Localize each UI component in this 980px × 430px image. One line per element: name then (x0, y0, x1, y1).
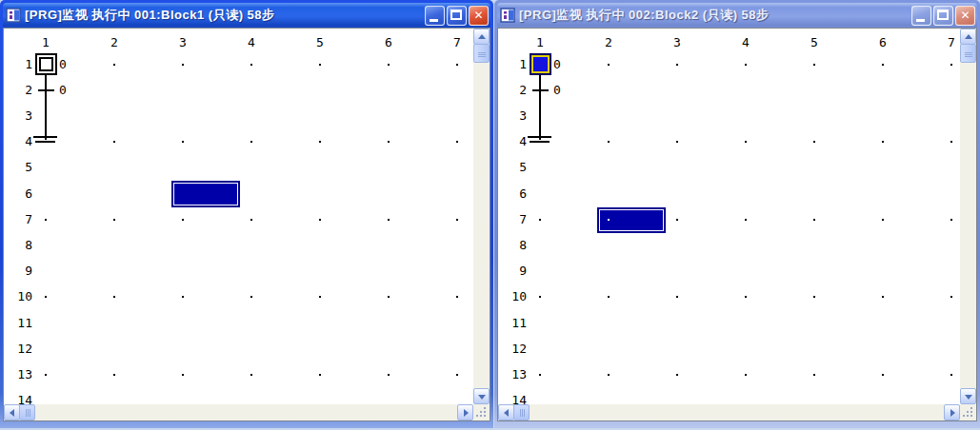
sfc-step-number: 0 (59, 58, 67, 71)
column-header: 2 (599, 36, 618, 49)
grid-dot (745, 141, 747, 143)
sfc-transition[interactable] (532, 89, 549, 91)
vertical-scroll-thumb[interactable] (473, 44, 490, 63)
grid-dot (182, 141, 184, 143)
grid-dot (745, 374, 747, 376)
row-header: 7 (6, 213, 32, 226)
prg-window-icon (6, 8, 21, 23)
row-header: 8 (500, 239, 527, 252)
titlebar[interactable]: [PRG]监视 执行中 001:Block1 (只读) 58步 (3, 3, 490, 28)
minimize-button[interactable] (911, 6, 931, 26)
sfc-editor-canvas[interactable]: 1234567123456789101112131400 (4, 29, 473, 404)
sfc-initial-step[interactable] (530, 53, 551, 75)
row-header: 13 (6, 368, 32, 381)
arrow-right-icon (464, 409, 469, 417)
sfc-transition[interactable] (38, 89, 54, 91)
sfc-end-mark-line (35, 141, 55, 143)
grid-dot (182, 374, 184, 376)
scroll-right-button[interactable] (457, 404, 473, 420)
grid-dot (319, 296, 321, 298)
window-controls (425, 6, 489, 26)
grid-dot (456, 296, 458, 298)
close-button[interactable] (469, 6, 489, 26)
horizontal-scrollbar[interactable] (4, 404, 473, 420)
grid-dot (388, 374, 390, 376)
vertical-scrollbar[interactable] (960, 29, 976, 404)
row-header: 9 (500, 264, 527, 278)
resize-grip[interactable] (473, 404, 490, 420)
grid-dot (182, 219, 184, 221)
minimize-button[interactable] (425, 6, 445, 26)
scroll-left-button[interactable] (498, 404, 514, 420)
grid-dot (45, 296, 47, 298)
grid-dot (388, 296, 390, 298)
row-header: 8 (6, 239, 32, 252)
row-header: 3 (500, 109, 527, 123)
titlebar[interactable]: [PRG]监视 执行中 002:Block2 (只读) 58步 (497, 3, 977, 28)
selection-cursor[interactable] (171, 181, 240, 206)
prg-monitor-window-block1: [PRG]监视 执行中 001:Block1 (只读) 58步 12345671… (0, 0, 493, 428)
sfc-initial-step[interactable] (35, 53, 57, 75)
grid-dot (250, 219, 252, 221)
grid-dot (113, 64, 115, 66)
grid-dot (45, 374, 47, 376)
grid-dot (813, 219, 815, 221)
horizontal-scrollbar[interactable] (498, 404, 960, 420)
arrow-up-icon (478, 34, 486, 39)
sfc-transition-number: 0 (59, 84, 67, 97)
window-client-area: 1234567123456789101112131400 (497, 28, 977, 421)
scroll-left-button[interactable] (4, 404, 20, 420)
prg-monitor-window-block2: [PRG]监视 执行中 002:Block2 (只读) 58步 12345671… (494, 0, 980, 428)
arrow-right-icon (950, 409, 955, 417)
scroll-down-button[interactable] (473, 388, 490, 404)
column-header: 6 (379, 36, 398, 49)
horizontal-scroll-thumb[interactable] (19, 404, 35, 420)
row-header: 12 (500, 342, 527, 356)
sfc-connection-line (45, 75, 47, 140)
maximize-button[interactable] (447, 6, 467, 26)
row-header: 5 (6, 161, 32, 174)
grid-dot (250, 374, 252, 376)
grid-dot (676, 374, 678, 376)
grid-dot (676, 141, 678, 143)
row-header: 13 (500, 368, 527, 381)
grid-dot (608, 64, 610, 66)
scroll-right-button[interactable] (944, 404, 960, 420)
row-header: 1 (500, 58, 527, 71)
row-header: 2 (500, 84, 527, 97)
row-header: 14 (6, 394, 32, 404)
grid-dot (745, 219, 747, 221)
sfc-end-mark-line (530, 141, 550, 143)
window-title: [PRG]监视 执行中 002:Block2 (只读) 58步 (519, 7, 911, 24)
close-button[interactable] (955, 6, 975, 26)
arrow-down-icon (965, 395, 972, 400)
sfc-editor-canvas[interactable]: 1234567123456789101112131400 (498, 29, 960, 404)
grid-dot (182, 296, 184, 298)
row-header: 3 (6, 109, 32, 123)
grid-dot (250, 296, 252, 298)
resize-grip[interactable] (960, 404, 976, 420)
sfc-connection-line (539, 75, 541, 140)
row-header: 1 (6, 58, 32, 71)
row-header: 7 (500, 213, 527, 226)
scroll-down-button[interactable] (960, 388, 976, 404)
row-header: 5 (500, 161, 527, 174)
grid-dot (608, 296, 610, 298)
scroll-up-button[interactable] (960, 29, 976, 45)
column-header: 6 (873, 36, 892, 49)
maximize-button[interactable] (933, 6, 953, 26)
grid-dot (539, 374, 541, 376)
scroll-up-button[interactable] (473, 29, 490, 45)
vertical-scroll-thumb[interactable] (960, 44, 976, 63)
grid-dot (950, 296, 952, 298)
grid-dot (608, 141, 610, 143)
grid-dot (319, 141, 321, 143)
window-controls (911, 6, 975, 26)
sfc-end-mark-line (528, 136, 551, 138)
grid-dot (882, 219, 884, 221)
grid-dot (882, 64, 884, 66)
grid-dot (319, 64, 321, 66)
vertical-scrollbar[interactable] (473, 29, 490, 404)
row-header: 9 (6, 264, 32, 278)
horizontal-scroll-thumb[interactable] (513, 404, 530, 420)
